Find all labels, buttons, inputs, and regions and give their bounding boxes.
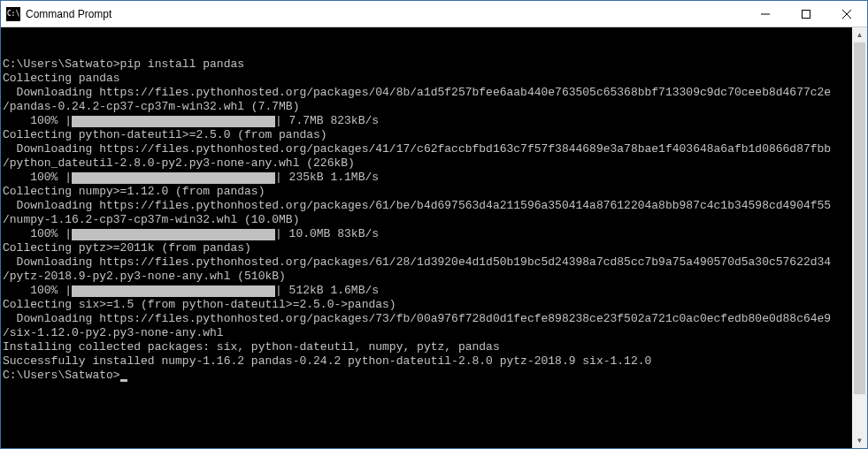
titlebar-left: C:\ Command Prompt xyxy=(1,7,111,21)
progress-line: 100% || 512kB 1.6MB/s xyxy=(3,284,850,298)
minimize-button[interactable] xyxy=(745,1,786,27)
terminal-line: Collecting pandas xyxy=(3,72,850,86)
progress-line: 100% || 235kB 1.1MB/s xyxy=(3,171,850,185)
terminal-line: C:\Users\Satwato>pip install pandas xyxy=(3,57,850,72)
cmd-icon: C:\ xyxy=(6,7,20,21)
terminal-line: Collecting pytz>=2011k (from pandas) xyxy=(3,241,850,255)
terminal-line: Collecting numpy>=1.12.0 (from pandas) xyxy=(3,185,850,199)
command-prompt-window: C:\ Command Prompt C:\Users\Satwato>pip … xyxy=(0,0,868,449)
terminal-line: /pandas-0.24.2-cp37-cp37m-win32.whl (7.7… xyxy=(3,100,850,114)
terminal-line: /six-1.12.0-py2.py3-none-any.whl xyxy=(3,326,850,340)
progress-bar xyxy=(72,285,275,297)
vertical-scrollbar[interactable]: ▲ ▼ xyxy=(852,27,867,448)
close-button[interactable] xyxy=(826,1,867,27)
cursor xyxy=(120,379,127,382)
terminal-line: Collecting python-dateutil>=2.5.0 (from … xyxy=(3,128,850,142)
titlebar[interactable]: C:\ Command Prompt xyxy=(1,1,867,27)
progress-line: 100% || 10.0MB 83kB/s xyxy=(3,227,850,241)
terminal-line: Downloading https://files.pythonhosted.o… xyxy=(3,86,850,100)
svg-rect-1 xyxy=(803,10,810,18)
terminal-line: Downloading https://files.pythonhosted.o… xyxy=(3,312,850,326)
progress-percent: 100% | xyxy=(3,114,72,128)
terminal-line: /pytz-2018.9-py2.py3-none-any.whl (510kB… xyxy=(3,270,850,284)
titlebar-controls xyxy=(745,1,867,27)
terminal-line: /python_dateutil-2.8.0-py2.py3-none-any.… xyxy=(3,156,850,171)
terminal-line: Collecting six>=1.5 (from python-dateuti… xyxy=(3,298,850,312)
progress-bar xyxy=(72,116,275,127)
terminal-line: Installing collected packages: six, pyth… xyxy=(3,340,850,354)
scrollbar-thumb[interactable] xyxy=(854,42,865,394)
terminal-line: Successfully installed numpy-1.16.2 pand… xyxy=(3,354,850,369)
terminal-output[interactable]: C:\Users\Satwato>pip install pandasColle… xyxy=(1,27,852,448)
progress-percent: 100% | xyxy=(3,171,72,185)
scrollbar-down-button[interactable]: ▼ xyxy=(852,433,867,448)
progress-bar xyxy=(72,229,275,240)
terminal-line: Downloading https://files.pythonhosted.o… xyxy=(3,142,850,156)
progress-stats: | 7.7MB 823kB/s xyxy=(275,114,379,128)
progress-stats: | 10.0MB 83kB/s xyxy=(275,227,379,241)
terminal-line: Downloading https://files.pythonhosted.o… xyxy=(3,255,850,270)
progress-stats: | 512kB 1.6MB/s xyxy=(275,284,379,298)
scrollbar-track[interactable] xyxy=(852,42,867,433)
prompt-text: C:\Users\Satwato> xyxy=(3,369,120,383)
maximize-button[interactable] xyxy=(786,1,826,27)
terminal-area: C:\Users\Satwato>pip install pandasColle… xyxy=(1,27,867,448)
window-title: Command Prompt xyxy=(26,8,111,20)
prompt-line[interactable]: C:\Users\Satwato> xyxy=(3,369,850,383)
scrollbar-up-button[interactable]: ▲ xyxy=(852,27,867,42)
terminal-line: /numpy-1.16.2-cp37-cp37m-win32.whl (10.0… xyxy=(3,213,850,227)
progress-bar xyxy=(72,172,275,184)
terminal-line: Downloading https://files.pythonhosted.o… xyxy=(3,199,850,213)
progress-percent: 100% | xyxy=(3,284,72,298)
progress-percent: 100% | xyxy=(3,227,72,241)
progress-stats: | 235kB 1.1MB/s xyxy=(275,171,379,185)
progress-line: 100% || 7.7MB 823kB/s xyxy=(3,114,850,128)
